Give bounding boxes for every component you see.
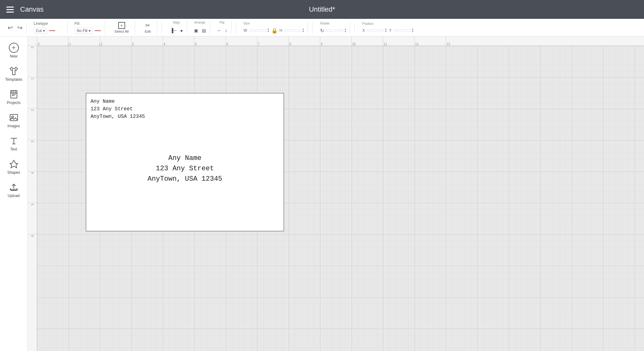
y-down[interactable]: ▼ (411, 30, 414, 33)
main-layout: + New Templates (0, 36, 644, 351)
arrange-label: Arrange (194, 21, 206, 24)
ruler-v-6: 6 (31, 235, 34, 237)
main-address[interactable]: Any Name 123 Any Street AnyTown, USA 123… (147, 153, 222, 184)
fill-label: Fill (75, 21, 79, 26)
align-left-button[interactable]: ▐─ (169, 27, 178, 34)
height-down[interactable]: ▼ (302, 30, 304, 33)
width-down[interactable]: ▼ (267, 30, 269, 33)
flip-v-button[interactable]: ↕ (224, 27, 229, 34)
y-input[interactable] (393, 30, 411, 31)
main-line3: AnyTown, USA 12345 (147, 174, 222, 184)
ruler-v-5: 5 (31, 204, 34, 206)
position-group: Position X ▲ ▼ Y ▲ ▼ (359, 22, 417, 33)
sidebar-item-images[interactable]: Images (1, 109, 26, 131)
sidebar-item-text[interactable]: Text (1, 133, 26, 155)
size-group: Size W ▲ ▼ 🔒 H ▲ ▼ (241, 22, 308, 34)
fill-group: Fill No Fill ▾ (71, 21, 105, 34)
redo-button[interactable]: ↪ (16, 23, 24, 33)
ruler-h-5: 5 (195, 42, 197, 46)
align-center-button[interactable]: ● (179, 27, 184, 34)
divider-3 (312, 22, 313, 33)
linetype-label: Linetype (34, 21, 48, 26)
ruler-h-12: 12 (415, 42, 419, 46)
return-line3: AnyTown, USA 12345 (91, 113, 145, 120)
ruler-h-7: 7 (258, 42, 260, 46)
x-stepper[interactable]: ▲ ▼ (385, 28, 387, 33)
y-stepper[interactable]: ▲ ▼ (411, 28, 414, 33)
select-all-button[interactable]: + Select All (112, 21, 131, 35)
top-bar: Canvas Untitled* (0, 0, 644, 19)
arrange-back-button[interactable]: ▤ (201, 27, 207, 34)
flip-group: Flip ↔ ↕ (213, 21, 231, 34)
linetype-color-swatch[interactable] (49, 30, 55, 31)
bookmark-icon (9, 89, 19, 99)
align-group: Align ▐─ ● (166, 21, 187, 34)
image-icon (9, 112, 19, 123)
fill-select[interactable]: No Fill ▾ (75, 28, 93, 34)
width-stepper[interactable]: ▲ ▼ (267, 28, 269, 33)
text-icon (9, 136, 19, 146)
canvas-content[interactable]: Any Name 123 Any Street AnyTown, USA 123… (37, 46, 644, 351)
sidebar-item-new[interactable]: + New (1, 40, 26, 62)
ruler-h-9: 9 (321, 42, 323, 46)
rotate-group: Rotate ↻ ▲ ▼ (317, 22, 350, 34)
edit-icon: ✂ (145, 22, 150, 29)
height-stepper[interactable]: ▲ ▼ (302, 28, 304, 33)
select-all-icon: + (118, 22, 125, 29)
return-line2: 123 Any Street (91, 105, 145, 113)
left-sidebar: + New Templates (0, 36, 28, 351)
rotate-stepper[interactable]: ▲ ▼ (344, 28, 347, 33)
fill-color-swatch[interactable] (95, 30, 101, 31)
width-input[interactable] (249, 30, 266, 31)
ruler-h-8: 8 (289, 42, 291, 46)
ruler-h-4: 4 (164, 42, 165, 46)
lock-icon[interactable]: 🔒 (271, 28, 278, 34)
sidebar-item-shapes[interactable]: Shapes (1, 156, 26, 178)
rotate-down[interactable]: ▼ (344, 30, 347, 33)
position-label: Position (362, 22, 374, 25)
envelope-card[interactable]: Any Name 123 Any Street AnyTown, USA 123… (86, 93, 284, 231)
edit-group: ✂ Edit (138, 21, 157, 35)
ruler-horizontal: 0 1 2 3 4 5 (37, 36, 644, 46)
linetype-group: Linetype Cut ▾ (30, 21, 68, 34)
rotate-icon: ↻ (320, 28, 324, 34)
canvas-area[interactable]: 0 1 2 3 4 5 (28, 36, 644, 351)
upload-icon (9, 182, 19, 192)
size-label: Size (244, 22, 250, 25)
divider-1 (162, 22, 162, 33)
flip-label: Flip (219, 21, 225, 24)
sidebar-item-projects[interactable]: Projects (1, 86, 26, 108)
ruler-v-2: 2 (31, 109, 34, 111)
rotate-input[interactable] (326, 30, 343, 31)
sidebar-item-upload[interactable]: Upload (1, 179, 26, 201)
ruler-v-3: 3 (31, 141, 34, 143)
ruler-vertical: 0 1 2 3 4 5 6 (28, 46, 37, 351)
edit-button[interactable]: ✂ Edit (142, 21, 153, 35)
rotate-label: Rotate (320, 22, 329, 25)
align-label: Align (173, 21, 180, 24)
sidebar-item-templates[interactable]: Templates (1, 63, 26, 85)
ruler-h-0: 0 (38, 42, 40, 46)
ruler-h-3: 3 (132, 42, 134, 46)
x-down[interactable]: ▼ (385, 30, 387, 33)
arrange-front-button[interactable]: ▣ (193, 27, 199, 34)
linetype-select[interactable]: Cut ▾ (34, 28, 47, 34)
ruler-corner (28, 36, 37, 46)
toolbar: ↩ ↪ Linetype Cut ▾ Fill No Fill ▾ + (0, 19, 644, 36)
main-line2: 123 Any Street (147, 163, 222, 174)
ruler-h-10: 10 (352, 42, 356, 46)
return-address[interactable]: Any Name 123 Any Street AnyTown, USA 123… (91, 98, 145, 120)
canvas-label: Canvas (20, 5, 44, 14)
ruler-h-11: 11 (384, 42, 387, 46)
plus-icon: + (9, 43, 19, 53)
ruler-h-2: 2 (101, 42, 103, 46)
height-input[interactable] (284, 30, 301, 31)
flip-h-button[interactable]: ↔ (216, 27, 223, 34)
x-input[interactable] (367, 30, 384, 31)
hamburger-menu[interactable] (6, 7, 14, 13)
arrange-group: Arrange ▣ ▤ (190, 21, 210, 34)
undo-redo-group: ↩ ↪ (4, 23, 27, 33)
undo-button[interactable]: ↩ (6, 23, 14, 33)
h-label: H (280, 28, 282, 33)
x-label: X (362, 28, 365, 33)
